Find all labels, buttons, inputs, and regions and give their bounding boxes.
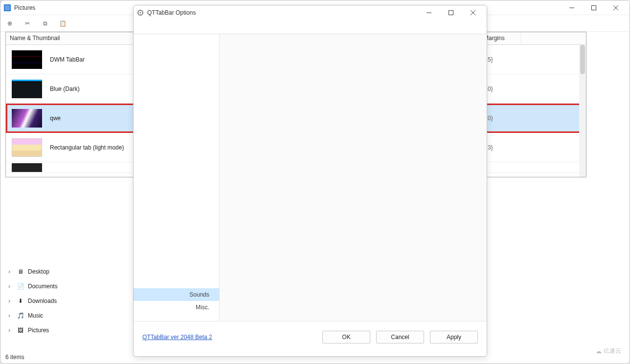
minimize-button[interactable] [561, 0, 583, 15]
row-name: qwe [50, 115, 61, 122]
thumbnail-image [12, 80, 42, 98]
minimize-button[interactable] [418, 5, 440, 20]
options-sidebar: Sounds Misc. [134, 34, 220, 321]
watermark: ☁ 亿速云 [596, 347, 621, 355]
doc-icon: 📄 [16, 282, 25, 291]
pic-icon: 🖼 [16, 326, 25, 335]
options-titlebar[interactable]: QTTabBar Options [134, 5, 487, 20]
sounds-label: Sounds [189, 291, 209, 298]
gear-icon [136, 9, 144, 17]
cancel-button[interactable]: Cancel [376, 331, 424, 343]
chevron-right-icon: › [5, 312, 13, 319]
sidebar-item-documents[interactable]: › 📄 Documents [2, 279, 91, 294]
thumbnail-image [12, 109, 42, 128]
desktop-icon: 🖥 [16, 267, 25, 276]
chevron-right-icon: › [5, 268, 13, 275]
svg-rect-1 [5, 5, 10, 10]
thumbnail-image [12, 50, 42, 69]
cut-icon[interactable]: ✂ [22, 18, 33, 29]
ok-button[interactable]: OK [322, 331, 370, 343]
thumbnail-image [12, 138, 42, 157]
maximize-button[interactable] [440, 5, 462, 20]
row-name: DWM TabBar [50, 56, 85, 63]
close-button[interactable] [462, 5, 484, 20]
version-link[interactable]: QTTabBar ver 2048 Beta 2 [142, 334, 316, 341]
pictures-statusbar: 6 items [1, 352, 28, 363]
vertical-scrollbar[interactable] [579, 45, 586, 177]
scrollbar-thumb[interactable] [580, 45, 585, 74]
sidebar-item-label: Downloads [28, 298, 57, 304]
apply-button[interactable]: Apply [430, 331, 478, 343]
svg-rect-9 [449, 11, 453, 15]
sidebar-item-label: Music [28, 312, 43, 319]
thumbnail-image [12, 163, 42, 172]
chevron-right-icon: › [5, 327, 13, 334]
options-window: QTTabBar Options Sounds Misc. QTTabBar v… [133, 5, 487, 357]
copy-icon[interactable]: ⧉ [40, 18, 50, 29]
row-name: Rectangular tab (light mode) [50, 144, 124, 151]
sidebar-item-label: Desktop [28, 268, 49, 275]
col-name[interactable]: Name & Thumbnail [6, 32, 149, 44]
svg-point-7 [140, 12, 141, 14]
options-main-panel [220, 34, 487, 321]
pictures-app-icon [3, 4, 11, 12]
row-name: Blue (Dark) [50, 86, 80, 92]
chevron-right-icon: › [5, 283, 13, 290]
sidebar-item-downloads[interactable]: › ⬇ Downloads [2, 294, 91, 308]
options-side-sounds[interactable]: Sounds [134, 288, 219, 301]
chevron-right-icon: › [5, 298, 13, 304]
sidebar-item-label: Pictures [28, 327, 49, 334]
svg-rect-3 [592, 5, 596, 10]
options-title: QTTabBar Options [147, 9, 418, 16]
options-side-misc[interactable]: Misc. [134, 301, 219, 314]
maximize-button[interactable] [583, 0, 605, 15]
close-button[interactable] [605, 0, 627, 15]
sidebar-item-label: Documents [28, 283, 58, 290]
new-icon[interactable]: ⊕ [4, 18, 15, 29]
sidebar-item-music[interactable]: › 🎵 Music [2, 308, 91, 323]
music-icon: 🎵 [16, 311, 25, 320]
download-icon: ⬇ [16, 297, 25, 305]
options-footer: QTTabBar ver 2048 Beta 2 OK Cancel Apply [134, 321, 487, 352]
paste-icon[interactable]: 📋 [57, 18, 68, 29]
misc-label: Misc. [196, 304, 209, 311]
sidebar-item-desktop[interactable]: › 🖥 Desktop [2, 264, 91, 279]
cloud-icon: ☁ [596, 348, 602, 355]
sidebar-item-pictures[interactable]: › 🖼 Pictures [2, 323, 91, 338]
